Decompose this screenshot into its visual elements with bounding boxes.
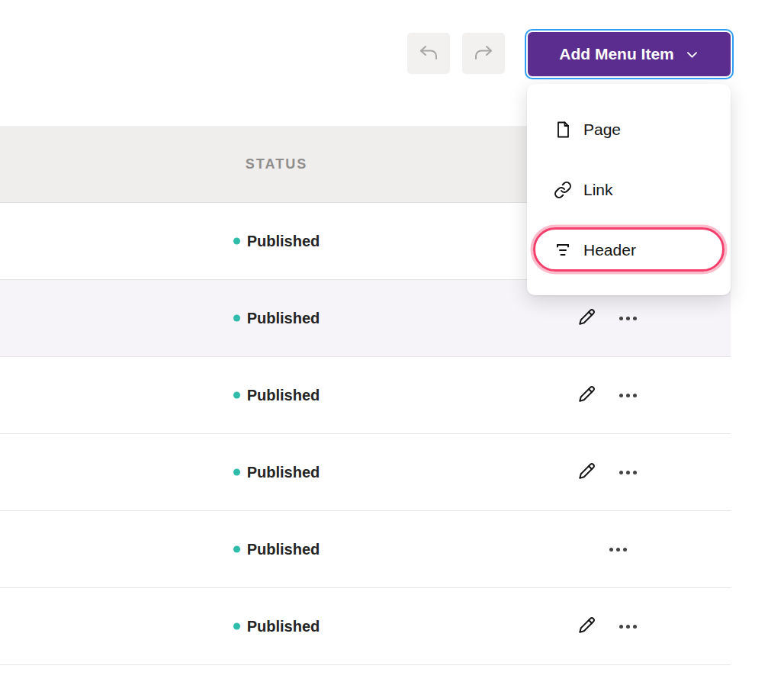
published-dot-icon (233, 238, 240, 245)
redo-arrow-icon (472, 43, 495, 65)
table-row: Published (0, 434, 731, 511)
menu-editor-page: Add Menu Item STATUS Published (0, 0, 784, 685)
undo-button[interactable] (407, 33, 450, 74)
status-badge: Published (183, 233, 370, 250)
table-row: Published (0, 511, 731, 588)
more-actions-button[interactable] (612, 384, 644, 407)
more-actions-button[interactable] (612, 615, 644, 638)
dropdown-item-link[interactable]: Link (527, 159, 731, 220)
status-column-header: STATUS (183, 156, 370, 172)
edit-button[interactable] (572, 612, 601, 641)
dropdown-item-header[interactable]: Header (527, 220, 731, 280)
published-dot-icon (233, 469, 240, 476)
status-badge: Published (183, 387, 370, 404)
dropdown-item-label: Header (583, 241, 636, 259)
link-icon (553, 180, 573, 200)
published-dot-icon (233, 315, 240, 322)
status-badge: Published (183, 541, 370, 558)
page-icon (553, 120, 573, 140)
status-badge: Published (183, 310, 370, 327)
dropdown-item-label: Link (583, 181, 613, 199)
dropdown-item-page[interactable]: Page (527, 99, 731, 159)
status-badge: Published (183, 464, 370, 481)
table-row: Published (0, 588, 731, 665)
add-menu-item-button[interactable]: Add Menu Item (528, 32, 731, 76)
pencil-icon (576, 461, 597, 484)
published-dot-icon (233, 392, 240, 399)
pencil-icon (576, 307, 597, 330)
add-menu-item-dropdown: Page Link Header (527, 84, 731, 295)
more-actions-button[interactable] (612, 307, 644, 330)
redo-button[interactable] (462, 33, 505, 74)
more-actions-button[interactable] (602, 538, 634, 561)
header-icon (553, 240, 573, 260)
undo-arrow-icon (417, 43, 440, 65)
add-menu-item-label: Add Menu Item (559, 45, 674, 63)
chevron-down-icon (685, 47, 699, 62)
pencil-icon (576, 615, 597, 638)
dropdown-item-label: Page (583, 121, 621, 139)
status-badge: Published (183, 618, 370, 635)
edit-button[interactable] (572, 458, 601, 487)
table-row: Published (0, 357, 731, 434)
published-dot-icon (233, 623, 240, 630)
edit-button[interactable] (572, 381, 601, 410)
pencil-icon (576, 384, 597, 407)
published-dot-icon (233, 546, 240, 553)
edit-button[interactable] (572, 304, 601, 333)
more-actions-button[interactable] (612, 461, 644, 484)
